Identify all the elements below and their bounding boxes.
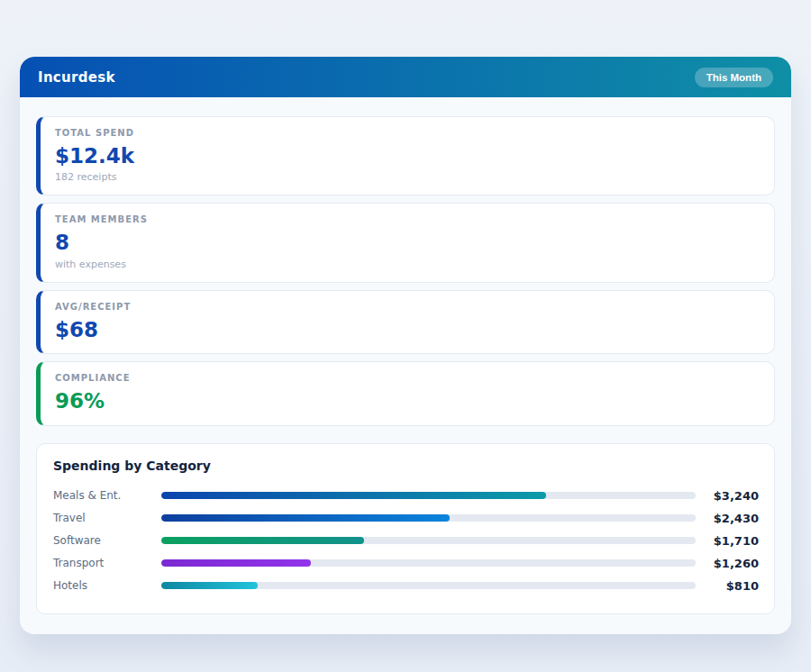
spending-by-category-chart: Spending by Category Meals & Ent. $3,240… xyxy=(36,443,775,614)
stat-label: AVG/RECEIPT xyxy=(55,302,760,312)
bar-fill xyxy=(161,514,450,522)
stat-value: $12.4k xyxy=(55,144,760,168)
bar-fill xyxy=(161,582,258,589)
stat-value: 96% xyxy=(55,389,760,413)
chart-row-software: Software $1,710 xyxy=(53,530,759,552)
chart-row-transport: Transport $1,260 xyxy=(53,552,759,575)
chart-title: Spending by Category xyxy=(53,459,759,473)
dashboard-panel: Incurdesk This Month TOTAL SPEND $12.4k … xyxy=(20,57,791,634)
bar-fill xyxy=(161,492,546,499)
bar-track xyxy=(161,582,696,589)
category-label: Hotels xyxy=(53,579,154,592)
bar-track xyxy=(161,514,696,522)
category-value: $2,430 xyxy=(703,512,759,525)
stat-label: TEAM MEMBERS xyxy=(55,214,760,224)
category-label: Software xyxy=(53,534,154,547)
stat-card-total-spend: TOTAL SPEND $12.4k 182 receipts xyxy=(36,116,775,195)
chart-row-hotels: Hotels $810 xyxy=(53,575,759,597)
chart-row-travel: Travel $2,430 xyxy=(53,507,759,530)
category-value: $810 xyxy=(703,579,759,593)
app-header: Incurdesk This Month xyxy=(20,57,791,97)
stat-card-avg-receipt: AVG/RECEIPT $68 xyxy=(36,290,775,354)
stat-label: COMPLIANCE xyxy=(55,373,760,383)
stat-value: $68 xyxy=(55,318,760,341)
stat-value: 8 xyxy=(55,231,760,254)
category-label: Transport xyxy=(53,557,154,569)
category-value: $1,260 xyxy=(703,557,759,570)
stat-subtext: 182 receipts xyxy=(55,171,760,183)
bar-fill xyxy=(161,559,311,567)
dashboard-content: TOTAL SPEND $12.4k 182 receipts TEAM MEM… xyxy=(20,97,791,634)
app-title: Incurdesk xyxy=(38,69,115,86)
category-value: $1,710 xyxy=(703,534,759,548)
stat-card-compliance: COMPLIANCE 96% xyxy=(36,361,775,425)
chart-row-meals: Meals & Ent. $3,240 xyxy=(53,485,759,507)
category-label: Meals & Ent. xyxy=(53,489,154,502)
period-badge[interactable]: This Month xyxy=(695,68,773,87)
stat-card-team-members: TEAM MEMBERS 8 with expenses xyxy=(36,203,775,282)
bar-track xyxy=(161,492,696,499)
category-value: $3,240 xyxy=(703,489,759,503)
bar-track xyxy=(161,559,696,567)
bar-fill xyxy=(161,537,364,544)
bar-track xyxy=(161,537,696,544)
stat-subtext: with expenses xyxy=(55,259,760,270)
category-label: Travel xyxy=(53,512,154,524)
stat-label: TOTAL SPEND xyxy=(55,128,760,138)
